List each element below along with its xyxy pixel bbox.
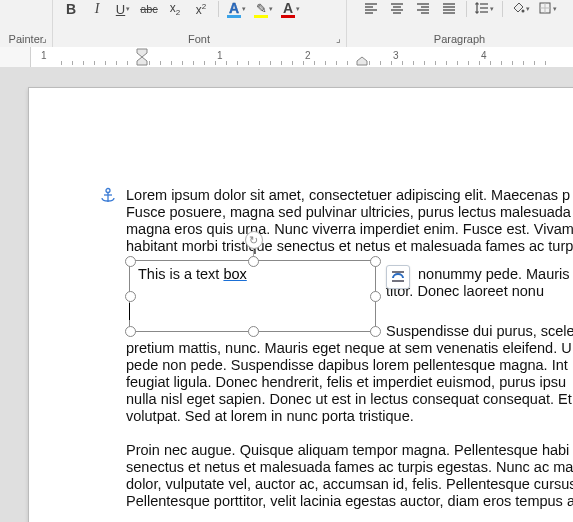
- ruler-tick: [204, 61, 205, 65]
- resize-handle-n[interactable]: [248, 256, 259, 267]
- ruler-tick: [160, 61, 161, 65]
- ruler-tick: [457, 61, 458, 65]
- highlight-color-button[interactable]: ✎ ▾: [252, 0, 275, 19]
- anchor-icon[interactable]: [99, 187, 117, 205]
- chevron-down-icon: ▾: [296, 5, 300, 13]
- align-right-icon: [416, 2, 430, 17]
- underline-icon: U: [116, 2, 125, 17]
- bold-icon: B: [66, 1, 76, 17]
- ruler-tick: [94, 61, 95, 65]
- layout-options-icon: [390, 269, 406, 285]
- svg-point-26: [106, 189, 110, 193]
- ribbon: Painter ⌟ B I U▾ abc x2 x2 A ▾ ✎ ▾: [0, 0, 573, 48]
- resize-handle-sw[interactable]: [125, 326, 136, 337]
- ruler-tick: [391, 61, 392, 65]
- ruler-tick: [193, 61, 194, 65]
- dialog-launcher-icon[interactable]: ⌟: [332, 33, 344, 45]
- ruler-tick: [248, 61, 249, 65]
- ruler-tick: [127, 61, 128, 65]
- ruler-tick: [446, 61, 447, 65]
- bold-button[interactable]: B: [60, 0, 82, 19]
- resize-handle-se[interactable]: [370, 326, 381, 337]
- text-line: habitant morbi tristique senectus et net…: [126, 238, 573, 254]
- ruler-tick: [171, 61, 172, 65]
- shading-button[interactable]: ▾: [509, 0, 532, 19]
- ruler-indent-marker-right[interactable]: [355, 47, 369, 68]
- text-box-shape[interactable]: This is a text box: [129, 260, 376, 332]
- italic-icon: I: [95, 1, 100, 17]
- text-line: Lorem ipsum dolor sit amet, consectetuer…: [126, 187, 570, 203]
- strikethrough-icon: abc: [140, 3, 158, 15]
- ruler-tick: [435, 61, 436, 65]
- text-line: feugiat ligula. Donec hendrerit, felis e…: [126, 374, 566, 390]
- svg-point-19: [522, 9, 525, 12]
- separator: [466, 1, 467, 17]
- highlight-icon: ✎: [254, 1, 268, 18]
- ribbon-group-label-paragraph: Paragraph: [346, 33, 573, 45]
- document-page[interactable]: Lorem ipsum dolor sit amet, consectetuer…: [28, 87, 573, 522]
- ruler-tick: [512, 61, 513, 65]
- ribbon-group-paragraph: ▾ ▾ ▾ Paragraph ⌟: [346, 0, 573, 47]
- text-box-content[interactable]: This is a text box: [138, 266, 247, 282]
- document-area: Lorem ipsum dolor sit amet, consectetuer…: [0, 67, 573, 522]
- ruler-tick: [215, 61, 216, 65]
- subscript-button[interactable]: x2: [164, 0, 186, 19]
- ruler-tick: [336, 61, 337, 65]
- ruler-tick: [534, 61, 535, 65]
- ruler-tick: [61, 61, 62, 65]
- ruler-tick: [72, 61, 73, 65]
- text-line: pede non pede. Suspendisse dapibus lorem…: [126, 357, 568, 373]
- text-line: dolor, vulputate vel, auctor ac, accumsa…: [126, 476, 573, 492]
- ruler-track: 1 1 2 3 4: [30, 47, 573, 67]
- ruler-tick: [314, 61, 315, 65]
- dialog-launcher-icon[interactable]: ⌟: [38, 33, 50, 45]
- ruler-tick: [369, 61, 370, 65]
- text-line: nonummy pede. Mauris et o: [386, 266, 573, 283]
- resize-handle-w[interactable]: [125, 291, 136, 302]
- ribbon-group-label-font: Font: [52, 33, 346, 45]
- ruler-tick: [523, 61, 524, 65]
- ruler-tick: [413, 61, 414, 65]
- text-effects-button[interactable]: A ▾: [225, 0, 248, 19]
- superscript-button[interactable]: x2: [190, 0, 212, 19]
- ruler-tick: [501, 61, 502, 65]
- align-right-button[interactable]: [412, 0, 434, 19]
- text-line: Pellentesque porttitor, velit lacinia eg…: [126, 493, 573, 509]
- ruler-tick: [270, 61, 271, 65]
- text-line: Suspendisse dui purus, scele: [386, 323, 573, 339]
- rotation-handle[interactable]: [245, 231, 263, 249]
- ruler-tick: [380, 61, 381, 65]
- ruler-tick: [545, 61, 546, 65]
- align-center-icon: [390, 2, 404, 17]
- text-line: senectus et netus et malesuada fames ac …: [126, 459, 573, 475]
- align-left-button[interactable]: [360, 0, 382, 19]
- borders-button[interactable]: ▾: [536, 0, 559, 19]
- ruler-tick: [468, 61, 469, 65]
- justify-button[interactable]: [438, 0, 460, 19]
- resize-handle-ne[interactable]: [370, 256, 381, 267]
- resize-handle-e[interactable]: [370, 291, 381, 302]
- resize-handle-s[interactable]: [248, 326, 259, 337]
- body-text[interactable]: Lorem ipsum dolor sit amet, consectetuer…: [126, 187, 573, 522]
- ruler-indent-marker-left[interactable]: [135, 47, 149, 68]
- align-left-icon: [364, 2, 378, 17]
- ruler-tick: [490, 61, 491, 65]
- underline-button[interactable]: U▾: [112, 0, 134, 19]
- separator: [502, 1, 503, 17]
- svg-marker-24: [137, 57, 147, 65]
- align-center-button[interactable]: [386, 0, 408, 19]
- ruler-number: 1: [217, 50, 223, 61]
- strikethrough-button[interactable]: abc: [138, 0, 160, 19]
- font-color-button[interactable]: A ▾: [279, 0, 302, 19]
- ruler-tick: [226, 61, 227, 65]
- ruler-tick: [83, 61, 84, 65]
- italic-button[interactable]: I: [86, 0, 108, 19]
- text-line: Fusce posuere, magna sed pulvinar ultric…: [126, 204, 571, 220]
- layout-options-button[interactable]: [386, 265, 410, 289]
- wrapped-text-right[interactable]: nonummy pede. Mauris et o titor. Donec l…: [386, 266, 573, 300]
- resize-handle-nw[interactable]: [125, 256, 136, 267]
- chevron-down-icon: ▾: [269, 5, 273, 13]
- horizontal-ruler[interactable]: 1 1 2 3 4: [0, 47, 573, 68]
- line-spacing-button[interactable]: ▾: [473, 0, 496, 19]
- text-box-prefix: This is a text: [138, 266, 223, 282]
